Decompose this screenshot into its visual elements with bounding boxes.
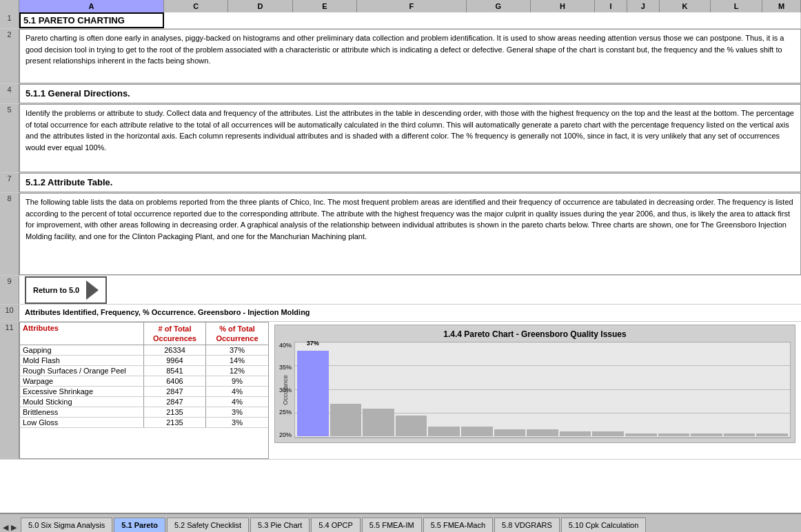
chart-bars-area: 37% (294, 342, 791, 438)
col-header-c: C (164, 0, 228, 12)
scroll-left-icon[interactable]: ◀ (3, 523, 8, 532)
col-header-e: E (293, 0, 357, 12)
column-headers: A C D E F G H I J K L M (0, 0, 801, 12)
tab-5[interactable]: 5.5 FMEA-IM (362, 518, 422, 532)
col-header-k: K (660, 0, 711, 12)
col-header-f: F (357, 0, 467, 12)
row-1: 1 5.1 PARETO CHARTING (0, 12, 801, 29)
spreadsheet: 1 5.1 PARETO CHARTING 2 Pareto charting … (0, 12, 801, 513)
tab-3[interactable]: 5.3 Pie Chart (250, 518, 310, 532)
col-header-d: D (228, 0, 292, 12)
chart-wrapper: 1.4.4 Pareto Chart - Greensboro Quality … (269, 322, 801, 459)
row-11-plus: 11 Attributes # of Total Occurences % of… (0, 322, 801, 460)
y-axis-label: Occurance (282, 375, 289, 405)
table-row: Excessive Shrinkage 2847 4% (20, 387, 268, 397)
cell-a10-merged: Attributes Identified, Frequency, % Occu… (19, 305, 801, 320)
tab-0[interactable]: 5.0 Six Sigma Analysis (21, 518, 112, 532)
bar-14 (724, 433, 756, 436)
row-5: 5 Identify the problems or attribute to … (0, 104, 801, 173)
col-header-j: J (627, 0, 660, 12)
row-num-4: 4 (0, 84, 19, 103)
row-10: 10 Attributes Identified, Frequency, % O… (0, 305, 801, 321)
row-4: 4 5.1.1 General Directions. (0, 84, 801, 104)
row-num-7: 7 (0, 173, 19, 192)
table-row: Mould Sticking 2847 4% (20, 397, 268, 407)
table-row: Low Gloss 2135 3% (20, 418, 268, 428)
return-btn-cell: Return to 5.0 (19, 276, 801, 304)
bar-10 (592, 431, 624, 436)
chart-body: 40% 35% 30% 25% 20% (279, 342, 791, 438)
ss-content[interactable]: 1 5.1 PARETO CHARTING 2 Pareto charting … (0, 12, 801, 513)
bar-4 (396, 416, 427, 436)
tab-7[interactable]: 5.8 VDGRARS (494, 518, 560, 532)
bar-15 (756, 433, 788, 436)
tab-4[interactable]: 5.4 OPCP (311, 518, 361, 532)
row-num-11: 11 (0, 322, 19, 459)
row-num-8: 8 (0, 193, 19, 275)
col-header-i: I (595, 0, 627, 12)
col-header-m: M (762, 0, 801, 12)
tab-bar: ◀ ▶ 5.0 Six Sigma Analysis5.1 Pareto5.2 … (0, 513, 801, 532)
table-row: Gapping 26334 37% (20, 345, 268, 356)
cell-a1: 5.1 PARETO CHARTING (19, 12, 164, 28)
bar-11 (625, 433, 657, 436)
table-row: Warpage 6406 9% (20, 376, 268, 387)
col-header-l: L (711, 0, 762, 12)
cell-a7-merged: 5.1.2 Attribute Table. (19, 173, 801, 192)
bar-2 (330, 404, 362, 436)
table-row: Mold Flash 9964 14% (20, 356, 268, 366)
bar-3 (363, 409, 394, 436)
bar-13 (691, 433, 722, 436)
col-header-a: A (19, 0, 164, 12)
tab-8[interactable]: 5.10 Cpk Calculation (561, 518, 647, 532)
tab-container: 5.0 Six Sigma Analysis5.1 Pareto5.2 Safe… (21, 518, 647, 532)
bars-row: 37% (295, 342, 790, 438)
row-9: 9 Return to 5.0 (0, 276, 801, 305)
tab-6[interactable]: 5.5 FMEA-Mach (423, 518, 493, 532)
attribute-table-wrapper: Attributes # of Total Occurences % of To… (19, 322, 269, 459)
row-num-5: 5 (0, 104, 19, 172)
col-header-pct-occ: % of Total Occurrence (206, 323, 268, 345)
scroll-right-icon[interactable]: ▶ (11, 523, 17, 532)
pareto-chart: 1.4.4 Pareto Chart - Greensboro Quality … (274, 325, 795, 443)
cell-a4-merged: 5.1.1 General Directions. (19, 84, 801, 103)
tab-1[interactable]: 5.1 Pareto (114, 518, 165, 532)
row-num-2: 2 (0, 29, 19, 83)
bar-7 (494, 429, 526, 436)
row-num-10: 10 (0, 305, 19, 320)
row-8: 8 The following table lists the data on … (0, 193, 801, 276)
col-header-total-occ: # of Total Occurences (144, 323, 206, 345)
return-to-50-button[interactable]: Return to 5.0 (25, 276, 107, 304)
row-7: 7 5.1.2 Attribute Table. (0, 173, 801, 193)
row-num-1: 1 (0, 12, 19, 28)
chart-title: 1.4.4 Pareto Chart - Greensboro Quality … (279, 329, 791, 339)
bar-6 (461, 427, 493, 436)
row-2: 2 Pareto charting is often done early in… (0, 29, 801, 84)
table-header-row: Attributes # of Total Occurences % of To… (20, 323, 268, 346)
cell-a5-merged: Identify the problems or attribute to st… (19, 104, 801, 172)
table-row: Brittleness 2135 3% (20, 407, 268, 418)
bar-8 (527, 429, 558, 436)
table-row: Rough Surfaces / Orange Peel 8541 12% (20, 366, 268, 376)
row-num-9: 9 (0, 276, 19, 304)
col-header-g: G (467, 0, 531, 12)
bar-9 (560, 431, 591, 436)
cell-a8-merged: The following table lists the data on pr… (19, 193, 801, 275)
col-header-h: H (531, 0, 595, 12)
row-num-header (0, 0, 19, 12)
bar-5 (428, 427, 460, 436)
cell-a2-merged: Pareto charting is often done early in a… (19, 29, 801, 83)
col-header-attributes: Attributes (20, 323, 144, 345)
table-data-rows: Gapping 26334 37% Mold Flash 9964 14% Ro… (20, 345, 268, 428)
tab-2[interactable]: 5.2 Safety Checklist (167, 518, 249, 532)
bar-1: 37% (297, 351, 329, 436)
bar-12 (658, 433, 690, 436)
